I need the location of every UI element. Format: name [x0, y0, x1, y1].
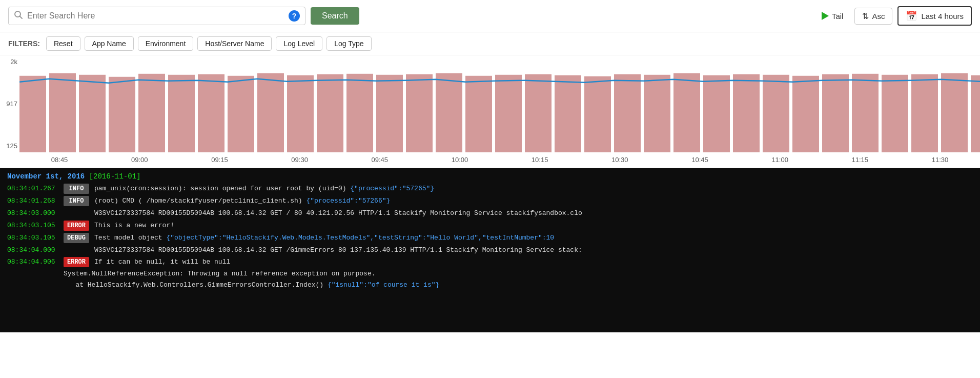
log-badge-info: INFO [64, 196, 89, 206]
x-label: 09:15 [179, 156, 259, 164]
help-icon[interactable]: ? [289, 10, 300, 22]
x-label: 10:00 [420, 156, 500, 164]
svg-rect-31 [882, 75, 908, 152]
x-label: 09:00 [99, 156, 179, 164]
chart-svg-container [19, 55, 980, 152]
x-label: 11:30 [900, 156, 980, 164]
play-icon [822, 12, 829, 20]
log-date-bracket: [2016-11-01] [89, 172, 141, 181]
svg-rect-21 [584, 76, 611, 152]
svg-rect-9 [228, 76, 254, 152]
filter-btn-reset[interactable]: Reset [46, 36, 80, 51]
tail-button[interactable]: Tail [815, 9, 850, 24]
sort-icon: ⇅ [862, 11, 869, 21]
log-time: 08:34:04.906 [7, 257, 58, 267]
svg-rect-29 [822, 74, 849, 152]
log-message: pam_unix(cron:session): session opened f… [94, 184, 973, 194]
filters-label: FILTERS: [8, 39, 40, 48]
svg-rect-25 [703, 75, 730, 152]
x-label: 11:15 [820, 156, 900, 164]
filter-btn-log-level[interactable]: Log Level [276, 36, 322, 51]
svg-line-1 [20, 16, 23, 19]
log-time: 08:34:03.105 [7, 233, 58, 243]
asc-button[interactable]: ⇅ Asc [854, 8, 892, 25]
svg-rect-10 [257, 73, 284, 152]
svg-rect-5 [109, 77, 135, 152]
last4-button[interactable]: 📅 Last 4 hours [897, 6, 972, 26]
x-label: 08:45 [19, 156, 99, 164]
svg-rect-28 [792, 76, 819, 152]
log-time: 08:34:01.267 [7, 184, 58, 194]
log-continuation: at HelloStackify.Web.Controllers.GimmeEr… [0, 280, 980, 291]
log-message: This is a new error! [94, 221, 973, 231]
log-date-text: November 1st, 2016 [7, 172, 85, 181]
x-label: 09:30 [260, 156, 340, 164]
log-badge-info: INFO [64, 184, 89, 194]
search-button[interactable]: Search [311, 7, 359, 25]
svg-rect-20 [555, 75, 581, 152]
log-row[interactable]: 08:34:01.267 INFO pam_unix(cron:session)… [0, 183, 980, 195]
svg-rect-12 [317, 74, 343, 152]
last4-label: Last 4 hours [921, 12, 964, 21]
svg-rect-34 [971, 75, 980, 152]
svg-rect-4 [79, 75, 106, 152]
x-label: 10:30 [580, 156, 660, 164]
chart-area: 2k 917 125 [0, 55, 980, 168]
filter-btn-log-type[interactable]: Log Type [326, 36, 371, 51]
log-row[interactable]: 08:34:04.000 W3SVC1273337584 RD00155D509… [0, 244, 980, 256]
y-label-mid: 917 [2, 100, 17, 108]
svg-rect-22 [614, 74, 641, 152]
log-badge-debug: DEBUG [64, 233, 89, 243]
log-message: Test model object {"objectType":"HelloSt… [94, 233, 973, 243]
chart-x-labels: 08:45 09:00 09:15 09:30 09:45 10:00 10:1… [19, 152, 980, 167]
log-row[interactable]: 08:34:03.000 W3SVC1273337584 RD00155D509… [0, 207, 980, 220]
log-message: If it can be null, it will be null [94, 257, 973, 267]
tail-label: Tail [832, 12, 844, 21]
log-time: 08:34:04.000 [7, 245, 58, 255]
svg-rect-32 [911, 74, 938, 152]
svg-rect-7 [168, 75, 195, 152]
x-label: 10:45 [660, 156, 740, 164]
log-area: November 1st, 2016 [2016-11-01] 08:34:01… [0, 168, 980, 332]
log-message: (root) CMD ( /home/stackifyuser/petclini… [94, 196, 973, 206]
svg-rect-16 [436, 73, 462, 152]
x-label: 10:15 [500, 156, 580, 164]
svg-rect-26 [733, 74, 760, 152]
log-json: {"isnull":"of course it is"} [328, 281, 439, 289]
x-label: 11:00 [740, 156, 820, 164]
svg-rect-30 [852, 74, 879, 152]
log-date-header: November 1st, 2016 [2016-11-01] [0, 168, 980, 183]
log-row[interactable]: 08:34:01.268 INFO (root) CMD ( /home/sta… [0, 195, 980, 207]
log-row[interactable]: 08:34:04.906 ERROR If it can be null, it… [0, 256, 980, 268]
log-badge-error: ERROR [64, 257, 89, 267]
log-json: {"objectType":"HelloStackify.Web.Models.… [166, 234, 554, 242]
filters-bar: FILTERS: ResetApp NameEnvironmentHost/Se… [0, 32, 980, 55]
search-icon [14, 10, 23, 22]
chart-y-labels: 2k 917 125 [0, 55, 19, 152]
svg-rect-8 [198, 74, 224, 152]
log-time: 08:34:03.000 [7, 208, 58, 218]
svg-rect-17 [465, 76, 492, 152]
svg-rect-3 [49, 73, 76, 152]
log-json: {"processid":"57266"} [306, 197, 390, 205]
svg-rect-13 [346, 74, 373, 152]
filter-btn-app-name[interactable]: App Name [85, 36, 134, 51]
y-label-bot: 125 [2, 142, 17, 150]
svg-rect-24 [673, 73, 700, 152]
svg-rect-23 [644, 75, 670, 152]
svg-rect-6 [138, 74, 165, 152]
svg-rect-11 [287, 75, 314, 152]
filter-btn-host-server-name[interactable]: Host/Server Name [197, 36, 272, 51]
log-message: W3SVC1273337584 RD00155D5094AB 100.68.14… [94, 245, 973, 255]
log-row[interactable]: 08:34:03.105 DEBUG Test model object {"o… [0, 232, 980, 244]
svg-rect-15 [406, 74, 433, 152]
log-row[interactable]: 08:34:03.105 ERROR This is a new error! [0, 220, 980, 232]
filter-btn-environment[interactable]: Environment [138, 36, 194, 51]
log-message: W3SVC1273337584 RD00155D5094AB 100.68.14… [94, 208, 973, 218]
svg-rect-27 [763, 75, 789, 152]
chart-svg [19, 55, 980, 152]
toolbar: ? Search Tail ⇅ Asc 📅 Last 4 hours [0, 0, 980, 32]
svg-rect-2 [19, 76, 46, 152]
search-input[interactable] [27, 11, 285, 21]
log-badge-error: ERROR [64, 221, 89, 231]
